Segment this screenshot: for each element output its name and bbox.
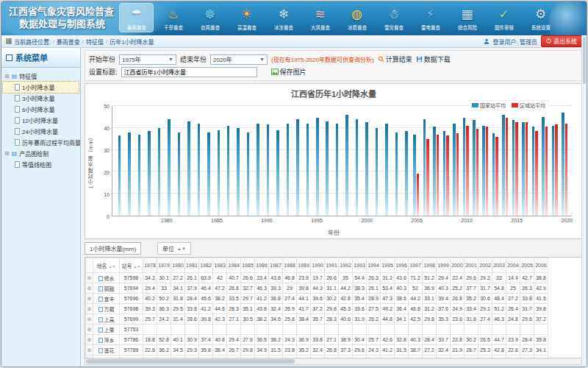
row-expander-icon[interactable]: ⊕ [86, 314, 93, 325]
cell-station-id: 57753 [120, 325, 143, 335]
end-year-select[interactable]: 2020年▼ [210, 54, 268, 65]
app-window: 江西省气象灾害风险普查 数据处理与制图系统 ☂暴雨普查♨干旱普查☸台风普查☀高温… [1, 1, 587, 367]
save-image-button[interactable]: 保存图片 [271, 67, 306, 77]
row-expander-icon[interactable]: ⊕ [86, 325, 93, 335]
row-expander-icon[interactable]: ⊕ [86, 273, 93, 283]
start-year-select[interactable]: 1975年▼ [119, 54, 176, 65]
exit-system-button[interactable]: 退出系统 [541, 35, 582, 47]
column-header-year-1997[interactable]: 1997 [409, 258, 423, 273]
sidebar-item-6小时降水量[interactable]: 6小时降水量 [3, 104, 79, 115]
column-header-year-2002[interactable]: 2002 [478, 258, 492, 273]
column-header-year-1978[interactable]: 1978 [143, 258, 157, 273]
table-row-57598[interactable]: ⊕修水5759834.230.127.226.163.94240.726.623… [86, 273, 548, 283]
cell-value: 42.5 [409, 314, 423, 325]
row-expander-icon[interactable]: ⊕ [86, 294, 93, 304]
sidebar-item-历年暴雨过程平均雨量[interactable]: 历年暴雨过程平均雨量 [3, 137, 79, 148]
toolbar-item-map-review[interactable]: ✓图件审核 [487, 4, 520, 32]
breadcrumb-item[interactable]: 特征值 [86, 38, 104, 46]
cell-value [381, 325, 395, 335]
column-header-year-2003[interactable]: 2003 [492, 258, 506, 273]
table-row-57696[interactable]: ⊕宜丰5769640.250.231.828.445.638.233.529.7… [86, 294, 548, 304]
column-header-station[interactable]: 站号 ▲▼ [120, 258, 143, 273]
column-header-year-1989[interactable]: 1989 [297, 258, 311, 273]
row-expander-icon[interactable]: ⊕ [86, 283, 93, 294]
table-row-57694[interactable]: ⊕铜鼓5769429.43334.137.946.447.226.832.746… [86, 283, 548, 294]
column-header-year-1990[interactable]: 1990 [311, 258, 325, 273]
status-bar: 当前路径位置: /暴雨普查/特征值/历年1小时降水量 登录用户: 管理员 退出系… [1, 35, 587, 48]
toolbar-item-snow-survey[interactable]: ☃雪灾普查 [377, 4, 410, 32]
column-header-year-2004[interactable]: 2004 [506, 258, 520, 273]
row-expander-icon[interactable]: ⊕ [86, 304, 93, 314]
column-header-year-1981[interactable]: 1981 [185, 258, 199, 273]
sidebar-item-24小时降水量[interactable]: 24小时降水量 [3, 126, 79, 137]
cell-value: 14.4 [506, 273, 520, 283]
tree-section-1[interactable]: ⊞▤产品图绘制 [3, 148, 79, 159]
sidebar-item-等值线绘图[interactable]: 等值线绘图 [3, 159, 79, 170]
tree-section-0[interactable]: ⊞▤特征值 [3, 71, 79, 82]
column-header-year-1986[interactable]: 1986 [255, 258, 269, 273]
cell-value: 28.4 [185, 294, 199, 304]
row-expander-icon[interactable]: ⊕ [86, 335, 93, 345]
toolbar-item-lightning-survey[interactable]: ⚡雷电普查 [414, 4, 447, 32]
column-header-year-1998[interactable]: 1998 [423, 258, 437, 273]
calculate-button[interactable]: 计算结果 [378, 54, 412, 64]
window-vertical-scrollbar[interactable] [581, 35, 587, 365]
column-header-year-2006[interactable]: 2006 [534, 258, 548, 273]
cell-value: 25.2 [451, 283, 465, 294]
row-expander-icon[interactable]: ⊕ [86, 345, 93, 355]
column-header-year-1993[interactable]: 1993 [353, 258, 367, 273]
column-header-year-1988[interactable]: 1988 [283, 258, 297, 273]
column-header-year-1992[interactable]: 1992 [339, 258, 353, 273]
column-header-year-1982[interactable]: 1982 [199, 258, 213, 273]
toolbar-item-hightemp-survey[interactable]: ☀高温普查 [230, 4, 263, 32]
toolbar-item-rainstorm-survey[interactable]: ☂暴雨普查 [120, 4, 153, 32]
sidebar-item-1小时降水量[interactable]: 1小时降水量 [3, 82, 79, 93]
toolbar-item-freeze-survey[interactable]: ❄冰冻普查 [267, 4, 300, 32]
tree-expander-icon[interactable]: ⊞ [4, 73, 10, 79]
unit-dropdown[interactable]: 单位▲▼ [157, 242, 191, 255]
cell-station-id: 57598 [120, 273, 143, 283]
toolbar-item-typhoon-survey[interactable]: ☸台风普查 [193, 4, 226, 32]
sidebar-item-12小时降水量[interactable]: 12小时降水量 [3, 115, 79, 126]
download-button[interactable]: 数据下载 [416, 54, 451, 64]
tree-expander-icon[interactable]: ⊞ [4, 150, 10, 157]
bar-regional-2018 [545, 127, 548, 216]
sidebar-item-3小时降水量[interactable]: 3小时降水量 [3, 93, 79, 104]
toolbar-item-system-settings[interactable]: ⚙系统设置 [524, 4, 557, 32]
chart-title-input[interactable] [121, 67, 257, 77]
table-metric-box[interactable]: 1小时降水量(mm) [85, 242, 141, 255]
toolbar-item-wind-survey[interactable]: ≋大风普查 [304, 4, 337, 32]
table-row-57753[interactable]: ⊕上栗57753 [86, 325, 548, 335]
table-row-57699[interactable]: ⊕上高5769925.724.231.428.639.842.327.130.5… [86, 314, 548, 325]
column-header-year-1999[interactable]: 1999 [437, 258, 451, 273]
column-header-year-2005[interactable]: 2005 [520, 258, 534, 273]
cell-value: 34.5 [171, 345, 185, 355]
column-header-year-2000[interactable]: 2000 [451, 258, 465, 273]
bar-national-1978 [148, 131, 151, 216]
column-header-year-1984[interactable]: 1984 [227, 258, 241, 273]
bar-group-2015 [510, 106, 520, 216]
table-horizontal-scrollbar[interactable] [85, 358, 583, 365]
column-header-year-1991[interactable]: 1991 [325, 258, 339, 273]
toolbar-item-composite-risk[interactable]: ▦综合风险 [451, 4, 484, 32]
column-header-year-1983[interactable]: 1983 [213, 258, 227, 273]
column-header-year-1985[interactable]: 1985 [241, 258, 255, 273]
table-row-57698[interactable]: ⊕万载5769839.336.329.533.841.244.628.335.1… [86, 304, 548, 314]
column-header-year-1994[interactable]: 1994 [367, 258, 381, 273]
table-row-57786[interactable]: ⊕萍乡5778618.852.840.130.937.440.829.427.6… [86, 335, 548, 345]
scrollbar-thumb[interactable] [583, 37, 586, 84]
column-header-year-1980[interactable]: 1980 [171, 258, 185, 273]
column-header-year-1987[interactable]: 1987 [269, 258, 283, 273]
column-header-year-1979[interactable]: 1979 [157, 258, 171, 273]
column-header-year-1995[interactable]: 1995 [381, 258, 395, 273]
toolbar-item-hail-survey[interactable]: ◍冰雹普查 [340, 4, 373, 32]
toolbar-item-drought-survey[interactable]: ♨干旱普查 [157, 4, 190, 32]
breadcrumb-item[interactable]: 暴雨普查 [57, 38, 80, 46]
scrollbar-thumb[interactable] [86, 359, 295, 364]
table-row-57789[interactable]: ⊕莲花5778922.636.234.529.335.838.426.729.8… [86, 345, 548, 355]
column-header-year-2001[interactable]: 2001 [465, 258, 478, 273]
breadcrumb-item[interactable]: 历年1小时降水量 [110, 38, 154, 46]
column-header-name[interactable]: 地名 ▲▼ [93, 258, 120, 273]
column-header-year-1996[interactable]: 1996 [395, 258, 409, 273]
cell-value: 28.3 [325, 314, 339, 325]
